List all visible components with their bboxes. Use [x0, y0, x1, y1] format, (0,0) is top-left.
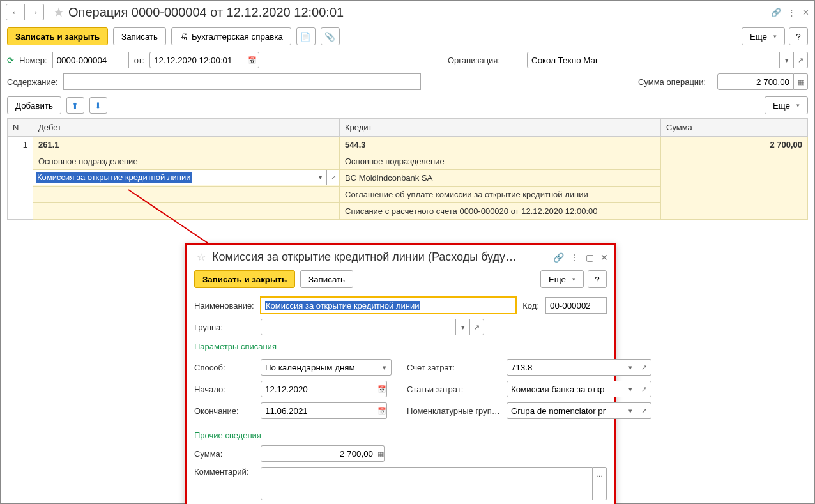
popup-nomgroup-label: Номенклатурные груп… [407, 406, 500, 416]
grid-more-button[interactable]: Еще [765, 96, 808, 114]
org-field[interactable] [527, 52, 780, 68]
popup-end-field[interactable] [261, 402, 377, 419]
calendar-icon[interactable]: 📅 [377, 402, 387, 419]
cell-credit-l2[interactable]: BC Moldindconbank SA [340, 170, 661, 187]
table-header-row: N Дебет Кредит Сумма [8, 119, 808, 137]
titlebar-actions: 🔗 ⋮ ✕ [771, 8, 809, 17]
sum-field[interactable] [717, 73, 794, 90]
popup-close-icon[interactable]: ✕ [600, 252, 608, 263]
popup-start-field[interactable] [261, 381, 377, 397]
table-row[interactable]: 1 261.1 544.3 2 700,00 [8, 137, 808, 153]
cell-debit-account[interactable]: 261.1 [33, 137, 340, 153]
popup-section-params: Параметры списания [194, 342, 607, 351]
col-n: N [8, 119, 33, 137]
attach-icon-button[interactable]: 📎 [321, 27, 340, 45]
popup-items-label: Статьи затрат: [407, 385, 500, 394]
expand-icon[interactable]: … [593, 467, 607, 500]
number-field[interactable] [52, 52, 129, 68]
col-sum[interactable]: Сумма [661, 119, 808, 137]
popup-comment-field[interactable] [261, 467, 593, 500]
open-icon[interactable]: ↗ [637, 381, 651, 397]
popup-sum-field[interactable] [261, 445, 377, 462]
cell-credit-l4[interactable]: Списание с расчетного счета 0000-000020 … [340, 203, 661, 220]
calendar-icon[interactable]: 📅 [245, 52, 259, 68]
detail-popup: ☆ Комиссия за открытие кредитной линии (… [185, 243, 616, 504]
cell-sum[interactable]: 2 700,00 [661, 137, 808, 220]
popup-nomgroup-field[interactable] [507, 402, 623, 419]
popup-save-close-button[interactable]: Записать и закрыть [194, 270, 295, 288]
popup-restore-icon[interactable]: ▢ [586, 252, 594, 263]
popup-name-field[interactable]: Комиссия за открытие кредитной линии [261, 297, 516, 314]
cell-open-icon[interactable]: ↗ [326, 170, 339, 185]
popup-sum-label: Сумма: [194, 449, 254, 459]
link-icon[interactable]: 🔗 [771, 8, 781, 17]
popup-method-field[interactable] [261, 359, 377, 376]
date-field[interactable] [149, 52, 245, 68]
popup-name-label: Наименование: [194, 301, 254, 310]
cell-debit-empty[interactable] [33, 187, 340, 203]
back-button[interactable]: ← [6, 4, 25, 20]
popup-title: Комиссия за открытие кредитной линии (Ра… [212, 250, 517, 264]
form-row-1: ⟳ Номер: от: 📅 Организация: ▾ ↗ [1, 49, 814, 71]
cell-credit-l3[interactable]: Соглашение об уплате комиссии за открыти… [340, 187, 661, 203]
popup-group-field[interactable] [261, 319, 456, 335]
col-credit[interactable]: Кредит [340, 119, 661, 137]
save-button[interactable]: Записать [113, 27, 166, 45]
dropdown-icon[interactable]: ▾ [780, 52, 794, 68]
dropdown-icon[interactable]: ▾ [623, 359, 637, 376]
cell-dropdown-icon[interactable]: ▾ [314, 170, 326, 185]
popup-help-button[interactable]: ? [588, 270, 607, 288]
dropdown-icon[interactable]: ▾ [623, 402, 637, 419]
popup-titlebar: ☆ Комиссия за открытие кредитной линии (… [189, 248, 612, 266]
sum-label: Сумма операции: [638, 77, 712, 87]
open-icon[interactable]: ↗ [794, 52, 808, 68]
close-icon[interactable]: ✕ [802, 8, 809, 17]
popup-save-button[interactable]: Записать [300, 270, 353, 288]
dropdown-icon[interactable]: ▾ [377, 359, 392, 376]
main-toolbar: Записать и закрыть Записать 🖨 Бухгалтерс… [1, 24, 814, 49]
cell-n: 1 [8, 137, 33, 220]
cell-credit-l1[interactable]: Основное подразделение [340, 153, 661, 170]
open-icon[interactable]: ↗ [637, 402, 651, 419]
popup-kebab-icon[interactable]: ⋮ [570, 252, 579, 263]
kebab-menu-icon[interactable]: ⋮ [788, 8, 796, 17]
popup-acct-label: Счет затрат: [407, 363, 500, 372]
calculator-icon[interactable]: ▦ [794, 73, 808, 90]
save-close-button[interactable]: Записать и закрыть [7, 27, 108, 45]
popup-acct-field[interactable] [507, 359, 623, 376]
popup-star-icon[interactable]: ☆ [197, 251, 206, 263]
nav-buttons: ← → [6, 4, 44, 20]
popup-group-label: Группа: [194, 323, 254, 332]
popup-code-field[interactable] [545, 297, 607, 314]
cell-debit-l2[interactable]: Комиссия за открытие кредитной линии ▾ ↗ [33, 170, 340, 187]
more-button[interactable]: Еще [742, 27, 785, 45]
refresh-icon[interactable]: ⟳ [7, 56, 14, 65]
popup-group-open-icon[interactable]: ↗ [470, 319, 484, 335]
popup-items-field[interactable] [507, 381, 623, 397]
accounting-note-button[interactable]: 🖨 Бухгалтерская справка [171, 27, 291, 45]
move-up-button[interactable]: ⬆ [66, 97, 84, 114]
col-debit[interactable]: Дебет [33, 119, 340, 137]
popup-more-button[interactable]: Еще [540, 270, 584, 288]
favorite-star-icon[interactable]: ★ [53, 4, 65, 20]
number-label: Номер: [19, 56, 47, 65]
forward-button[interactable]: → [25, 4, 44, 20]
entries-table: N Дебет Кредит Сумма 1 261.1 544.3 2 700… [7, 118, 808, 220]
help-button[interactable]: ? [789, 27, 808, 45]
cell-debit-l1[interactable]: Основное подразделение [33, 153, 340, 170]
add-button[interactable]: Добавить [7, 96, 61, 114]
open-icon[interactable]: ↗ [637, 359, 651, 376]
dropdown-icon[interactable]: ▾ [623, 381, 637, 397]
sum-input-group: ▦ [717, 73, 808, 90]
report-icon-button[interactable]: 📄 [296, 27, 316, 45]
cell-debit-empty2[interactable] [33, 203, 340, 220]
cell-credit-account[interactable]: 544.3 [340, 137, 661, 153]
popup-code-label: Код: [522, 301, 539, 310]
popup-link-icon[interactable]: 🔗 [553, 252, 564, 263]
calculator-icon[interactable]: ▦ [377, 445, 385, 462]
title-bar: ← → ★ Операция 0000-000004 от 12.12.2020… [1, 1, 814, 24]
content-field[interactable] [63, 73, 421, 90]
move-down-button[interactable]: ⬇ [89, 97, 107, 114]
calendar-icon[interactable]: 📅 [377, 381, 387, 397]
popup-group-dropdown-icon[interactable]: ▾ [456, 319, 470, 335]
